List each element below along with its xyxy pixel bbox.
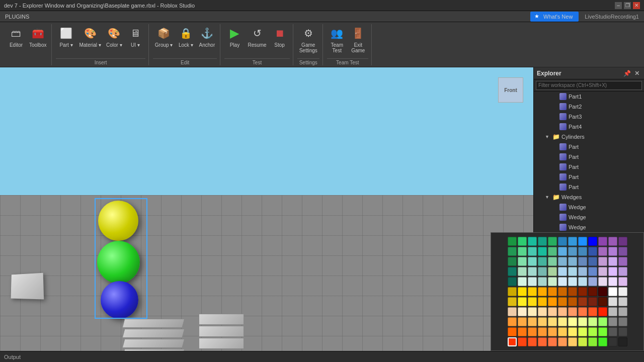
color-swatch-7-7[interactable]: [578, 307, 587, 316]
color-swatch-1-10[interactable]: [608, 247, 617, 256]
stop-button[interactable]: ⏹ Stop: [270, 24, 290, 49]
color-swatch-5-8[interactable]: [588, 287, 597, 296]
color-swatch-6-1[interactable]: [518, 297, 527, 306]
resume-button[interactable]: ↺ Resume: [246, 24, 268, 49]
color-swatch-2-10[interactable]: [608, 257, 617, 266]
color-swatch-0-6[interactable]: [568, 237, 577, 246]
color-swatch-3-6[interactable]: [568, 267, 577, 276]
color-swatch-2-3[interactable]: [538, 257, 547, 266]
color-swatch-4-6[interactable]: [568, 277, 577, 286]
color-swatch-3-2[interactable]: [528, 267, 537, 276]
color-picker-overlay[interactable]: [491, 232, 644, 351]
color-swatch-5-9[interactable]: [598, 287, 607, 296]
nav-cube[interactable]: Front: [493, 72, 528, 108]
color-swatch-1-6[interactable]: [568, 247, 577, 256]
color-swatch-4-5[interactable]: [558, 277, 567, 286]
color-swatch-9-3[interactable]: [538, 327, 547, 336]
color-swatch-1-1[interactable]: [518, 247, 527, 256]
color-swatch-0-8[interactable]: [588, 237, 597, 246]
color-swatch-2-4[interactable]: [548, 257, 557, 266]
color-swatch-10-4[interactable]: [548, 337, 557, 346]
color-swatch-4-11[interactable]: [618, 277, 627, 286]
color-swatch-8-11[interactable]: [618, 317, 627, 326]
color-swatch-3-9[interactable]: [598, 267, 607, 276]
color-swatch-10-2[interactable]: [528, 337, 537, 346]
color-swatch-7-6[interactable]: [568, 307, 577, 316]
color-swatch-0-4[interactable]: [548, 237, 557, 246]
color-swatch-4-9[interactable]: [598, 277, 607, 286]
color-swatch-7-8[interactable]: [588, 307, 597, 316]
color-swatch-6-2[interactable]: [528, 297, 537, 306]
color-swatch-6-8[interactable]: [588, 297, 597, 306]
color-swatch-0-5[interactable]: [558, 237, 567, 246]
color-swatch-9-8[interactable]: [588, 327, 597, 336]
tree-item-cyl-part4[interactable]: Part: [534, 172, 644, 182]
explorer-filter-input[interactable]: [536, 81, 642, 90]
color-swatch-7-0[interactable]: [508, 307, 517, 316]
color-swatch-2-11[interactable]: [618, 257, 627, 266]
color-swatch-9-5[interactable]: [558, 327, 567, 336]
color-swatch-10-1[interactable]: [518, 337, 527, 346]
color-swatch-10-5[interactable]: [558, 337, 567, 346]
color-swatch-10-6[interactable]: [568, 337, 577, 346]
color-swatch-1-0[interactable]: [508, 247, 517, 256]
color-swatch-2-2[interactable]: [528, 257, 537, 266]
color-swatch-2-0[interactable]: [508, 257, 517, 266]
play-button[interactable]: ▶ Play: [224, 24, 245, 49]
color-swatch-4-0[interactable]: [508, 277, 517, 286]
tree-item-wedge3[interactable]: Wedge: [534, 222, 644, 232]
color-swatch-2-5[interactable]: [558, 257, 567, 266]
color-swatch-7-11[interactable]: [618, 307, 627, 316]
tree-item-cyl-part3[interactable]: Part: [534, 162, 644, 172]
part-button[interactable]: ⬜ Part ▾: [56, 24, 76, 49]
color-swatch-4-8[interactable]: [588, 277, 597, 286]
color-swatch-10-8[interactable]: [588, 337, 597, 346]
color-swatch-7-3[interactable]: [538, 307, 547, 316]
color-swatch-9-9[interactable]: [598, 327, 607, 336]
color-swatch-3-4[interactable]: [548, 267, 557, 276]
color-swatch-5-10[interactable]: [608, 287, 617, 296]
color-swatch-6-7[interactable]: [578, 297, 587, 306]
color-swatch-5-2[interactable]: [528, 287, 537, 296]
color-swatch-9-7[interactable]: [578, 327, 587, 336]
color-swatch-10-10[interactable]: [608, 337, 617, 346]
color-swatch-2-1[interactable]: [518, 257, 527, 266]
team-test-button[interactable]: 👥 TeamTest: [327, 24, 347, 54]
color-swatch-6-3[interactable]: [538, 297, 547, 306]
color-swatch-6-10[interactable]: [608, 297, 617, 306]
color-swatch-8-7[interactable]: [578, 317, 587, 326]
color-swatch-8-5[interactable]: [558, 317, 567, 326]
color-swatch-4-7[interactable]: [578, 277, 587, 286]
color-swatch-1-11[interactable]: [618, 247, 627, 256]
tree-item-cyl-part5[interactable]: Part: [534, 182, 644, 192]
color-swatch-0-9[interactable]: [598, 237, 607, 246]
color-swatch-0-0[interactable]: [508, 237, 517, 246]
color-swatch-1-9[interactable]: [598, 247, 607, 256]
ui-button[interactable]: 🖥 UI ▾: [125, 24, 145, 49]
color-swatch-1-7[interactable]: [578, 247, 587, 256]
color-swatch-6-11[interactable]: [618, 297, 627, 306]
tree-item-part2[interactable]: Part2: [534, 102, 644, 112]
color-swatch-8-0[interactable]: [508, 317, 517, 326]
color-swatch-9-1[interactable]: [518, 327, 527, 336]
color-swatch-5-3[interactable]: [538, 287, 547, 296]
color-swatch-0-7[interactable]: [578, 237, 587, 246]
tree-item-part4[interactable]: Part4: [534, 122, 644, 132]
color-swatch-4-10[interactable]: [608, 277, 617, 286]
color-swatch-3-3[interactable]: [538, 267, 547, 276]
tree-item-cyl-part2[interactable]: Part: [534, 152, 644, 162]
color-swatch-3-11[interactable]: [618, 267, 627, 276]
tree-item-part3[interactable]: Part3: [534, 112, 644, 122]
color-swatch-8-3[interactable]: [538, 317, 547, 326]
color-swatch-7-1[interactable]: [518, 307, 527, 316]
material-button[interactable]: 🎨 Material ▾: [77, 24, 103, 49]
color-swatch-7-2[interactable]: [528, 307, 537, 316]
color-swatch-5-7[interactable]: [578, 287, 587, 296]
color-swatch-8-6[interactable]: [568, 317, 577, 326]
explorer-close-button[interactable]: ✕: [633, 69, 641, 77]
color-swatch-9-10[interactable]: [608, 327, 617, 336]
color-swatch-4-3[interactable]: [538, 277, 547, 286]
color-swatch-10-3[interactable]: [538, 337, 547, 346]
color-swatch-10-9[interactable]: [598, 337, 607, 346]
color-swatch-0-2[interactable]: [528, 237, 537, 246]
